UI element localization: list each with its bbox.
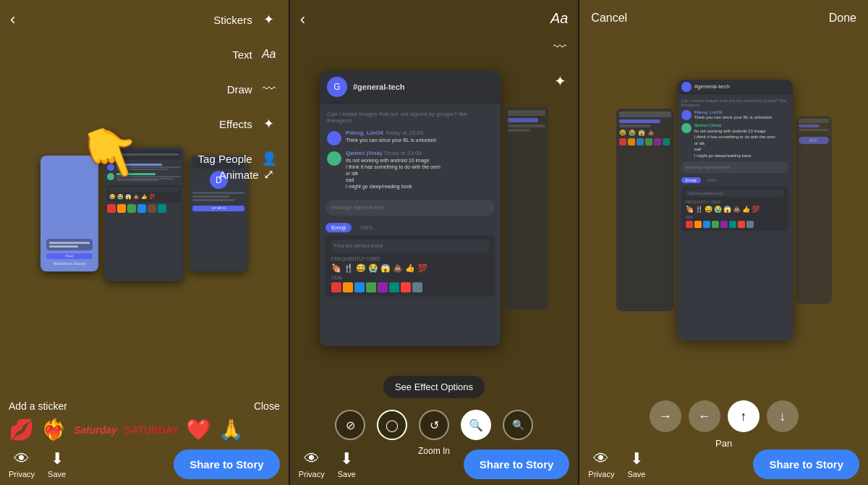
message-2: Qwinci (Visa) Today at 23:09 Its not wor… [327, 150, 493, 190]
save-icon-1: ⬇ [51, 450, 64, 468]
main-card-3: #general-tech Can I install images that … [677, 80, 793, 340]
share-story-button-1[interactable]: Share to Story [174, 450, 280, 479]
message-list: Can I install images that are not signed… [320, 104, 501, 195]
msg-author-2: Qwinci (Visa) Today at 23:09 [346, 150, 493, 156]
msg-text-2: Its not working with android 10 imageI t… [346, 157, 493, 190]
pan-down-btn[interactable]: ↓ [767, 400, 799, 432]
channel-avatar: G [327, 77, 347, 97]
sticker-lips[interactable]: 💋 [9, 418, 34, 442]
effects-icon: ✦ [258, 113, 280, 135]
back-arrow-2[interactable]: ‹ [300, 10, 305, 29]
privacy-button-1[interactable]: 👁 Privacy [9, 450, 35, 478]
discord-top-bar: G #general-tech [320, 71, 501, 104]
save-button-2[interactable]: ⬇ Save [338, 450, 356, 478]
privacy-icon-1: 👁 [14, 450, 30, 468]
sticker-pray[interactable]: 🙏 [218, 418, 244, 442]
close-label[interactable]: Close [254, 400, 280, 412]
pan-left-btn[interactable]: ← [689, 400, 720, 432]
share-story-button-3[interactable]: Share to Story [753, 450, 859, 479]
frequently-used-label: FREQUENTLY USED [331, 256, 489, 261]
stickers-icon: ✦ [258, 9, 280, 30]
effect-options-popup[interactable]: See Effect Options [383, 376, 485, 398]
bottom-left-1: 👁 Privacy ⬇ Save [9, 450, 66, 478]
aa-text-2[interactable]: Aa [550, 10, 568, 27]
main-card-header: #general-tech [677, 80, 793, 94]
effects-tool[interactable]: Effects ✦ [219, 113, 280, 135]
message-1: Pdeng_LinOX Today at 23:09 Think you can… [327, 130, 493, 146]
emoji-search: Find the perfect emoji [331, 240, 489, 253]
sticker-saturday-cursive[interactable]: Saturday [74, 424, 117, 436]
pan-row-top: → ← ↑ ↓ [650, 400, 799, 432]
tag-people-tool[interactable]: Tag People 👤 [198, 148, 280, 169]
side-card-left: 😅 😭 😱 💩 [616, 109, 674, 311]
main-card-messages: Can I install images that are not signed… [677, 94, 793, 235]
msg-author-1: Pdeng_LinOX Today at 23:09 [346, 130, 493, 136]
stickers-label: Stickers [213, 14, 252, 26]
back-arrow-1[interactable]: ‹ [10, 10, 15, 29]
privacy-icon-3: 👁 [593, 450, 609, 468]
draw-tool[interactable]: Draw 〰 [227, 78, 280, 100]
zoom-in-btn[interactable]: 🔍 [461, 410, 491, 440]
zoom-out-btn[interactable]: 🔍 [503, 410, 533, 440]
save-icon-3: ⬇ [630, 450, 643, 468]
sticker-hearts[interactable]: ❤️‍🔥 [41, 418, 67, 442]
panel-3-content: 😅 😭 😱 💩 #general-tech [579, 36, 868, 384]
input-placeholder: Message #general-tech [331, 205, 384, 210]
bottom-bar-2: 👁 Privacy ⬇ Save Share to Story [290, 443, 579, 485]
share-story-button-2[interactable]: Share to Story [464, 450, 570, 479]
xda-label: XDA [331, 275, 489, 280]
privacy-button-2[interactable]: 👁 Privacy [299, 450, 325, 478]
emoji-tab[interactable]: Emoji [326, 223, 352, 232]
stickers-tool[interactable]: Stickers ✦ [213, 9, 279, 30]
bottom-bar-3: 👁 Privacy ⬇ Save Share to Story [579, 443, 868, 485]
sticker-bar: Add a sticker Close 💋 ❤️‍🔥 Saturday SATU… [0, 400, 289, 442]
bottom-left-3: 👁 Privacy ⬇ Save [588, 450, 645, 478]
pan-right-btn[interactable]: → [650, 400, 681, 432]
toolbar-1: Stickers ✦ Text Aa Draw 〰 Effects ✦ Tag … [190, 0, 289, 178]
privacy-label-1: Privacy [9, 470, 35, 478]
avatar-2 [327, 151, 341, 166]
save-icon-2: ⬇ [340, 450, 353, 468]
save-label-2: Save [338, 470, 356, 478]
privacy-button-3[interactable]: 👁 Privacy [588, 450, 614, 478]
add-sticker-label: Add a sticker [9, 400, 67, 412]
text-tool[interactable]: Text Aa [232, 43, 280, 65]
effects-label: Effects [219, 118, 252, 130]
rotate-btn[interactable]: ↺ [419, 410, 449, 440]
panel-3: Cancel Done 😅 😭 😱 💩 [579, 0, 868, 485]
pan-up-btn[interactable]: ↑ [728, 400, 760, 432]
sticker-row: 💋 ❤️‍🔥 Saturday SATURDAY ❤️ 🙏 [9, 418, 280, 442]
cancel-button-3[interactable]: Cancel [591, 12, 627, 25]
msg-content-2: Qwinci (Visa) Today at 23:09 Its not wor… [346, 150, 493, 190]
pan-controls: → ← ↑ ↓ Pan [579, 400, 868, 449]
no-effect-btn[interactable]: ⊘ [335, 410, 365, 440]
draw-icon: 〰 [258, 78, 280, 100]
panel-3-header: Cancel Done [579, 0, 868, 36]
message-input-area: Message #general-tech [326, 200, 495, 216]
save-button-3[interactable]: ⬇ Save [627, 450, 645, 478]
privacy-label-3: Privacy [588, 470, 614, 478]
sticker-header: Add a sticker Close [9, 400, 280, 412]
edit-controls-2: ⊘ ◯ ↺ 🔍 🔍 [290, 410, 579, 443]
tag-people-icon: 👤 [258, 148, 280, 169]
save-label-1: Save [48, 470, 66, 478]
system-message: Can I install images that are not signed… [327, 109, 493, 125]
text-label: Text [232, 48, 252, 61]
bottom-left-2: 👁 Privacy ⬇ Save [299, 450, 356, 478]
discord-screenshot-2: G #general-tech Can I install images tha… [320, 71, 501, 346]
circle-btn[interactable]: ◯ [377, 410, 407, 440]
content-area-2: G #general-tech Can I install images tha… [290, 33, 579, 384]
panel-1: ‹ Stickers ✦ Text Aa Draw 〰 Effects ✦ Ta… [0, 0, 289, 485]
sticker-saturday-bold[interactable]: SATURDAY [124, 424, 179, 436]
text-icon: Aa [258, 43, 280, 65]
tag-people-label: Tag People [198, 153, 252, 165]
xda-emoji-row [331, 282, 489, 292]
privacy-label-2: Privacy [299, 470, 325, 478]
avatar-1 [327, 131, 341, 146]
sticker-heart-red[interactable]: ❤️ [186, 418, 211, 442]
panel-2: ‹ Aa 〰 ✦ G #general-tech Can I install i… [290, 0, 579, 485]
gifs-tab[interactable]: GIFs [357, 223, 375, 232]
done-button-3[interactable]: Done [829, 12, 856, 25]
save-button-1[interactable]: ⬇ Save [48, 450, 66, 478]
bottom-bar-1: 👁 Privacy ⬇ Save Share to Story [0, 443, 289, 485]
